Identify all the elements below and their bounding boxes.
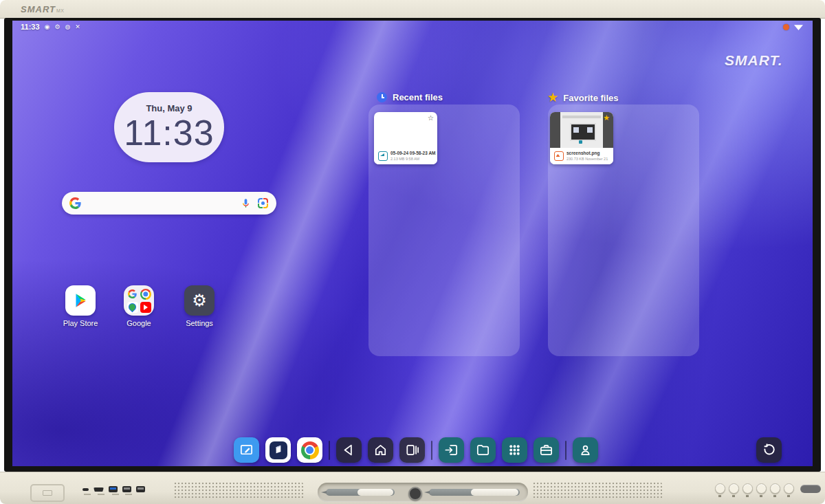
display-frame: 11:33 ◉ ⚙ ◍ ✕ SMART. Thu, May 9 11:33 — [4, 18, 821, 472]
usb-c-port — [82, 488, 89, 491]
favorite-file-name: screenshot.png — [566, 151, 608, 156]
whiteboard-icon[interactable] — [234, 437, 259, 463]
chrome-icon[interactable] — [297, 437, 322, 463]
chrome-mini-icon — [140, 289, 151, 300]
pen-tray — [318, 483, 528, 502]
gear-icon: ⚙ — [54, 23, 60, 30]
google-folder-icon — [124, 285, 154, 316]
favorite-files-title: Favorite files — [563, 93, 618, 103]
top-bezel: SMART MX — [0, 0, 825, 19]
id-card-reader — [30, 484, 65, 502]
favorite-file-card[interactable]: ★ screenshot.png 230.73 KB November 21 — [550, 112, 613, 164]
port-label — [98, 494, 104, 495]
maps-mini-icon — [127, 302, 138, 313]
recording-indicator — [783, 24, 789, 30]
wifi-icon — [794, 23, 803, 30]
toolbox-icon[interactable] — [534, 437, 559, 463]
recent-files-title: Recent files — [393, 92, 443, 102]
ir-sensor — [800, 485, 821, 493]
recent-files-header: Recent files — [377, 92, 443, 102]
screen: 11:33 ◉ ⚙ ◍ ✕ SMART. Thu, May 9 11:33 — [12, 21, 813, 466]
mic-icon[interactable] — [241, 198, 251, 208]
lens-icon[interactable] — [258, 198, 268, 208]
port-label — [125, 494, 132, 495]
smart-board-display: SMART MX 11:33 ◉ ⚙ ◍ ✕ SMART. — [0, 0, 825, 504]
star-outline-icon[interactable]: ☆ — [428, 114, 434, 122]
power-button[interactable] — [784, 483, 794, 494]
play-store-icon — [65, 285, 96, 316]
screen-record-icon: ◉ — [45, 23, 50, 30]
favorite-files-header: ★ Favorite files — [548, 92, 619, 103]
dock-divider — [431, 441, 432, 460]
port-label — [84, 494, 91, 495]
hdmi-port — [94, 487, 104, 492]
app-label: Google — [115, 319, 163, 327]
account-icon[interactable] — [573, 437, 598, 463]
port-label — [112, 494, 119, 495]
smart-player-icon[interactable] — [265, 437, 291, 463]
google-g-icon — [69, 197, 81, 209]
location-icon: ◍ — [65, 23, 70, 30]
recent-file-meta: 2.13 MB 9:58 AM — [390, 157, 436, 162]
left-speaker-grille — [174, 482, 303, 500]
input-source-icon[interactable] — [439, 437, 464, 463]
control-button-row — [715, 483, 821, 494]
usb-port — [136, 486, 145, 492]
port-row — [82, 486, 145, 492]
home-hardware-button[interactable] — [770, 483, 780, 494]
usb3-port — [109, 486, 118, 492]
mute-button[interactable] — [756, 483, 767, 494]
settings-gear-icon: ⚙ — [184, 285, 214, 316]
app-google-folder[interactable]: Google — [115, 285, 163, 327]
dock-divider — [329, 441, 330, 460]
recent-file-card[interactable]: ☆ 05-09-24 09-58-23 AM... 2.13 MB 9:58 A… — [374, 112, 437, 164]
stylus-pen-left[interactable] — [326, 489, 395, 496]
usb-port — [122, 486, 131, 492]
google-search-bar[interactable] — [62, 192, 276, 215]
onscreen-smart-logo: SMART. — [725, 52, 783, 69]
all-apps-icon[interactable] — [502, 437, 527, 463]
network-off-icon: ✕ — [75, 23, 80, 30]
volume-up-button[interactable] — [729, 483, 739, 494]
right-speaker-grille — [533, 482, 662, 500]
bezel-brand-logo: SMART — [21, 4, 56, 14]
dock — [234, 437, 598, 463]
dock-divider — [565, 441, 566, 460]
image-file-icon — [554, 151, 564, 161]
clock-time: 11:33 — [114, 115, 224, 151]
clock-date: Thu, May 9 — [114, 103, 224, 113]
app-label: Settings — [175, 319, 223, 327]
app-settings[interactable]: ⚙ Settings — [175, 285, 223, 327]
volume-down-button[interactable] — [715, 483, 725, 494]
stylus-pen-right[interactable] — [429, 489, 520, 496]
back-icon[interactable] — [336, 437, 362, 463]
star-icon: ★ — [548, 92, 558, 103]
bezel-series-mark: MX — [56, 8, 65, 13]
status-bar: 11:33 ◉ ⚙ ◍ ✕ — [12, 21, 813, 36]
youtube-mini-icon — [140, 302, 151, 313]
clock-widget[interactable]: Thu, May 9 11:33 — [114, 92, 224, 162]
favorite-file-meta: 230.73 KB November 21 — [566, 157, 608, 162]
bottom-bezel — [0, 472, 825, 504]
home-icon[interactable] — [368, 437, 393, 463]
tray-button[interactable] — [408, 487, 422, 501]
app-play-store[interactable]: Play Store — [56, 285, 104, 327]
clean-up-icon[interactable] — [756, 437, 782, 463]
file-manager-icon[interactable] — [470, 437, 496, 463]
recent-file-name: 05-09-24 09-58-23 AM... — [390, 151, 436, 156]
app-label: Play Store — [56, 319, 104, 327]
recent-apps-icon[interactable] — [399, 437, 425, 463]
whiteboard-file-icon — [378, 151, 388, 161]
freeze-button[interactable] — [742, 483, 753, 494]
status-time: 11:33 — [21, 23, 40, 31]
star-filled-icon[interactable]: ★ — [603, 113, 610, 122]
clock-icon — [377, 92, 387, 102]
